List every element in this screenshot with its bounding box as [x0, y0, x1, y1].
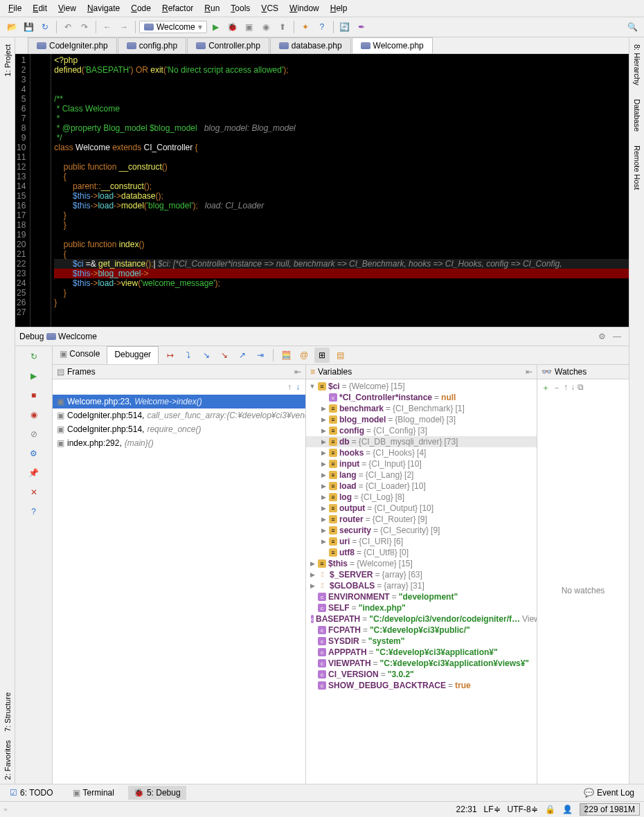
brush-icon[interactable]: ✒	[354, 19, 369, 35]
copy-icon[interactable]: ⧉	[578, 382, 584, 394]
stop-icon[interactable]: ⬆	[275, 19, 290, 35]
mute-bp-icon[interactable]: ⊘	[26, 427, 42, 442]
hierarchy-tool-tab[interactable]: 8: Hierarchy	[633, 40, 641, 89]
variable-row[interactable]: ▶⦙⦙$_SERVER = {array} [63]	[306, 569, 537, 580]
frame-down-icon[interactable]: ↓	[296, 382, 300, 392]
status-icon[interactable]: ▫	[4, 805, 7, 814]
menu-navigate[interactable]: Navigate	[82, 1, 125, 15]
favorites-tool-tab[interactable]: 2: Favorites	[3, 736, 12, 784]
variable-row[interactable]: cVIEWPATH = "C:¥develop¥ci3¥application¥…	[306, 658, 537, 669]
run-icon[interactable]: ▶	[208, 19, 224, 35]
editor-tab[interactable]: CodeIgniter.php	[28, 37, 117, 53]
frame-item[interactable]: ▣ index.php:292, {main}()	[53, 436, 305, 450]
sync-icon[interactable]: ↻	[37, 19, 53, 35]
variable-row[interactable]: ≡utf8 = {CI_Utf8} [0]	[306, 547, 537, 558]
variable-row[interactable]: cCI_VERSION = "3.0.2"	[306, 669, 537, 680]
terminal-tab[interactable]: ▣Terminal	[67, 786, 120, 800]
line-ending[interactable]: LF≑	[484, 805, 501, 814]
menu-help[interactable]: Help	[325, 1, 353, 15]
run-configuration-selector[interactable]: Weclcome ▾	[139, 21, 207, 33]
frame-item[interactable]: ▣ CodeIgniter.php:514, call_user_func_ar…	[53, 408, 305, 422]
variable-row[interactable]: cSHOW_DEBUG_BACKTRACE = true	[306, 680, 537, 691]
menu-window[interactable]: Window	[284, 1, 325, 15]
variable-row[interactable]: cBASEPATH = "C:/develop/ci3/vendor/codei…	[306, 613, 537, 625]
menu-refactor[interactable]: Refactor	[156, 1, 199, 15]
frame-item[interactable]: ▣ Welcome.php:23, Welcome->index()	[53, 395, 305, 408]
pin-icon[interactable]: 📌	[26, 465, 42, 481]
step-into-icon[interactable]: ↘	[199, 348, 214, 363]
hide-icon[interactable]: ⇤	[294, 367, 301, 377]
menu-tools[interactable]: Tools	[225, 1, 256, 15]
lock-icon[interactable]: 🔒	[545, 805, 555, 814]
add-watch-icon[interactable]: ＋	[542, 382, 550, 394]
variable-row[interactable]: ▶≡router = {CI_Router} [9]	[306, 514, 537, 525]
settings-icon[interactable]: ⚙	[26, 446, 42, 461]
structure-tool-tab[interactable]: 7: Structure	[3, 688, 12, 736]
hide-icon[interactable]: ⇤	[526, 367, 533, 377]
step-out-icon[interactable]: ↗	[235, 348, 250, 363]
variable-row[interactable]: ▶≡load = {CI_Loader} [10]	[306, 481, 537, 492]
variable-row[interactable]: cSYSDIR = "system"	[306, 636, 537, 647]
debugger-subtab[interactable]: Debugger	[107, 346, 159, 364]
menu-file[interactable]: File	[3, 1, 27, 15]
todo-tab[interactable]: ☑6: TODO	[4, 786, 59, 800]
variable-row[interactable]: ▶≡db = {CI_DB_mysqli_driver} [73]	[306, 436, 537, 447]
wand-icon[interactable]: ✦	[298, 19, 313, 35]
console-subtab[interactable]: ▣ Console	[53, 346, 107, 364]
editor-tab[interactable]: database.php	[270, 37, 351, 53]
code-editor[interactable]: 1234567891011121314151617181920212223242…	[15, 54, 629, 327]
variable-row[interactable]: cSELF = "index.php"	[306, 602, 537, 613]
view-bp-icon[interactable]: ◉	[26, 407, 42, 422]
menu-view[interactable]: View	[53, 1, 82, 15]
variable-row[interactable]: ▶≡security = {CI_Security} [9]	[306, 525, 537, 536]
variable-row[interactable]: ▶≡input = {CI_Input} [10]	[306, 458, 537, 469]
editor-tab[interactable]: Controller.php	[187, 37, 269, 53]
redo-icon[interactable]: ↷	[77, 19, 92, 35]
memory-indicator[interactable]: 229 of 1981M	[580, 803, 640, 816]
variable-row[interactable]: cFCPATH = "C:¥develop¥ci3¥public/"	[306, 625, 537, 636]
variable-row[interactable]: cENVIRONMENT = "development"	[306, 591, 537, 602]
help-icon[interactable]: ?	[26, 504, 42, 519]
variable-row[interactable]: ▶≡$this = {Welcome} [15]	[306, 558, 537, 569]
variable-row[interactable]: ▶⦙⦙$GLOBALS = {array} [31]	[306, 580, 537, 591]
sync2-icon[interactable]: 🔄	[337, 19, 352, 35]
stop-icon[interactable]: ■	[26, 388, 42, 403]
project-tool-tab[interactable]: 1: Project	[3, 40, 12, 80]
rerun-icon[interactable]: ↻	[26, 349, 42, 364]
variable-row[interactable]: ▶≡output = {CI_Output} [10]	[306, 503, 537, 514]
remove-watch-icon[interactable]: －	[553, 382, 561, 394]
frame-item[interactable]: ▣ CodeIgniter.php:514, require_once()	[53, 422, 305, 436]
run-to-cursor-icon[interactable]: ⇥	[253, 348, 268, 363]
menu-edit[interactable]: Edit	[27, 1, 53, 15]
inspect-icon[interactable]: 👤	[562, 805, 573, 814]
variable-row[interactable]: ▶≡blog_model = {Blog_model} [3]	[306, 414, 537, 425]
event-log-tab[interactable]: 💬Event Log	[578, 786, 640, 800]
force-step-icon[interactable]: ↘	[217, 348, 232, 363]
debug-tab[interactable]: 🐞5: Debug	[128, 786, 186, 800]
debug-icon[interactable]: 🐞	[225, 19, 240, 35]
down-icon[interactable]: ↓	[571, 382, 575, 394]
editor-tab[interactable]: config.php	[118, 37, 186, 53]
back-icon[interactable]: ←	[100, 19, 115, 35]
search-icon[interactable]: 🔍	[625, 19, 640, 35]
editor-tab[interactable]: Welcome.php	[352, 37, 433, 53]
variable-row[interactable]: c*CI_Controller*instance = null	[306, 392, 537, 403]
up-icon[interactable]: ↑	[564, 382, 568, 394]
minimize-icon[interactable]: —	[609, 329, 625, 344]
frames-list[interactable]: ▣ Welcome.php:23, Welcome->index()▣ Code…	[53, 395, 305, 784]
menu-run[interactable]: Run	[199, 1, 225, 15]
variable-row[interactable]: ▶≡uri = {CI_URI} [6]	[306, 536, 537, 547]
resume-icon[interactable]: ▶	[26, 368, 42, 384]
undo-icon[interactable]: ↶	[60, 19, 75, 35]
code-area[interactable]: <?phpdefined('BASEPATH') OR exit('No dir…	[51, 54, 629, 327]
forward-icon[interactable]: →	[116, 19, 132, 35]
variables-tree[interactable]: ▼≡$ci = {Welcome} [15]c*CI_Controller*in…	[306, 379, 537, 784]
layout-icon[interactable]: ⊞	[314, 348, 330, 363]
at-icon[interactable]: @	[296, 348, 312, 363]
profile-icon[interactable]: ◉	[258, 19, 274, 35]
coverage-icon[interactable]: ▣	[242, 19, 257, 35]
eval-icon[interactable]: 🧮	[278, 348, 294, 363]
frame-up-icon[interactable]: ↑	[287, 382, 292, 392]
variable-row[interactable]: ▼≡$ci = {Welcome} [15]	[306, 381, 537, 392]
variable-row[interactable]: ▶≡config = {CI_Config} [3]	[306, 425, 537, 436]
